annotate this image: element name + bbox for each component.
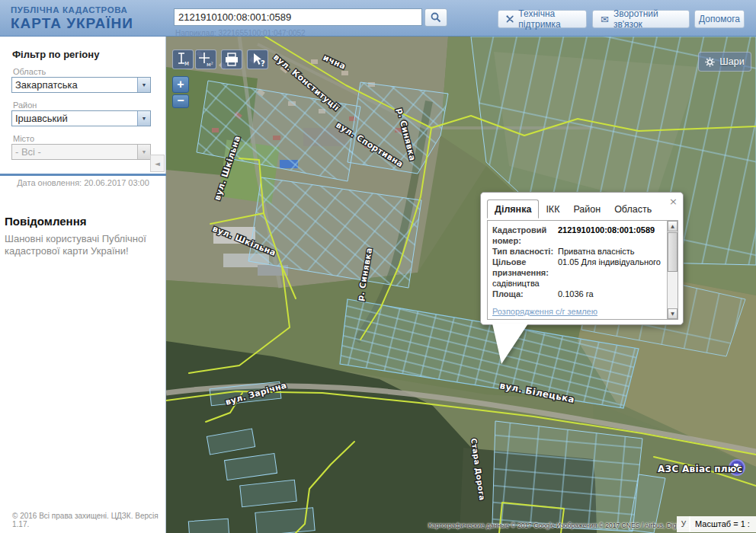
- scroll-up-icon[interactable]: ▲: [668, 221, 678, 231]
- identify-cursor-icon: ?: [248, 51, 267, 68]
- popup-scrollbar[interactable]: ▲ ▼: [667, 221, 678, 319]
- popup-tabs: Ділянка ІКК Район Область: [487, 199, 658, 218]
- chevron-down-icon[interactable]: ▼: [137, 78, 150, 92]
- scroll-down-icon[interactable]: ▼: [668, 308, 678, 319]
- logo-line1: ПУБЛІЧНА КАДАСТРОВА: [11, 5, 133, 14]
- city-value: - Всі -: [12, 146, 137, 158]
- tech-support-label: Технічна підтримка: [518, 8, 578, 30]
- chevron-down-icon: ▼: [137, 145, 150, 159]
- field-area: Площа:0.1036 га: [492, 289, 665, 299]
- measure-area-button[interactable]: м²: [195, 49, 216, 69]
- map-attribution: Картографические данные © 2017 Google Из…: [428, 522, 702, 529]
- print-button[interactable]: [221, 49, 242, 69]
- envelope-icon: ✉: [601, 14, 609, 25]
- measure-length-button[interactable]: м: [172, 49, 194, 69]
- help-label: Допомога: [699, 14, 740, 24]
- feedback-button[interactable]: ✉ Зворотний зв'язок: [592, 10, 690, 28]
- logo-line2: КАРТА УКРАЇНИ: [11, 15, 133, 32]
- popup-links: Розпорядження с/г землею Замовити Витяг …: [492, 307, 665, 320]
- region-select[interactable]: Закарпатська ▼: [11, 77, 151, 93]
- zoom-in-button[interactable]: +: [172, 76, 189, 93]
- district-value: Іршавський: [12, 113, 137, 124]
- close-icon[interactable]: ×: [669, 196, 678, 207]
- city-select[interactable]: - Всі - ▼: [11, 144, 151, 160]
- tab-dilyanka[interactable]: Ділянка: [487, 199, 539, 219]
- app-logo: ПУБЛІЧНА КАДАСТРОВА КАРТА УКРАЇНИ: [11, 5, 133, 32]
- help-button[interactable]: Допомога: [694, 10, 745, 28]
- panel-divider: [0, 174, 166, 176]
- layers-button[interactable]: Шари: [698, 52, 751, 72]
- field-purpose: Цільове призначення:01.05 Для індивідуал…: [492, 257, 665, 289]
- zoom-out-button[interactable]: −: [172, 94, 189, 108]
- link-land-disposal[interactable]: Розпорядження с/г землею: [492, 307, 665, 316]
- messages-title: Повідомлення: [5, 215, 86, 228]
- tab-ikk[interactable]: ІКК: [539, 200, 566, 218]
- gear-icon: [705, 57, 715, 67]
- search-input[interactable]: [174, 8, 422, 26]
- update-date: Дата оновлення: 20.06.2017 03:00: [0, 178, 166, 187]
- district-label: Район: [13, 101, 37, 110]
- popup-content: Кадастровий номер:2121910100:08:001:0589…: [487, 220, 678, 320]
- cadastral-map-app: ПУБЛІЧНА КАДАСТРОВА КАРТА УКРАЇНИ Наприк…: [0, 0, 756, 533]
- chevron-down-icon[interactable]: ▼: [137, 111, 150, 126]
- scale-indicator: Масштаб = 1 : 8531: [689, 516, 756, 532]
- measure-length-icon: м: [174, 51, 192, 68]
- identify-button[interactable]: ?: [247, 49, 268, 69]
- field-cadastral-number: Кадастровий номер:2121910100:08:001:0589: [492, 225, 665, 246]
- feedback-label: Зворотний зв'язок: [613, 8, 681, 30]
- poi-label-azs: АЗС Авіас плюс: [658, 464, 742, 474]
- popup-pointer-tail: [481, 324, 534, 365]
- sidebar-copyright: © 2016 Всі права захищені. ЦДЗК. Версія …: [12, 512, 165, 528]
- svg-text:м²: м²: [207, 61, 213, 68]
- tools-icon: [506, 14, 514, 24]
- region-value: Закарпатська: [12, 79, 137, 91]
- field-ownership-type: Тип власності:Приватна власність: [492, 246, 665, 257]
- search-button[interactable]: [424, 8, 447, 27]
- tech-support-button[interactable]: Технічна підтримка: [498, 10, 587, 28]
- map-toolbar: м м² ?: [172, 49, 268, 69]
- measure-area-icon: м²: [197, 51, 215, 68]
- district-select[interactable]: Іршавський ▼: [11, 110, 151, 126]
- header: ПУБЛІЧНА КАДАСТРОВА КАРТА УКРАЇНИ Наприк…: [0, 0, 756, 37]
- map-canvas[interactable]: ична вул. Конституції вул. Спортивна р. …: [166, 37, 756, 533]
- scrollbar-thumb[interactable]: [668, 232, 678, 272]
- messages-body: Шановні користувачі Публічної кадастрово…: [5, 233, 157, 258]
- tab-rayon[interactable]: Район: [566, 200, 607, 218]
- region-label: Область: [13, 67, 46, 76]
- parcel-info-popup: × Ділянка ІКК Район Область Кадастровий …: [480, 192, 684, 325]
- svg-text:м: м: [184, 60, 189, 67]
- collapse-left-icon: ◄: [155, 160, 160, 168]
- sidebar: Фільтр по регіону Область Закарпатська ▼…: [0, 37, 166, 533]
- filter-title: Фільтр по регіону: [12, 49, 99, 60]
- city-label: Місто: [13, 134, 34, 143]
- print-icon: [223, 52, 240, 67]
- sidebar-collapse-button[interactable]: ◄: [150, 155, 165, 172]
- svg-text:?: ?: [261, 59, 265, 68]
- search-icon: [430, 11, 442, 24]
- layers-label: Шари: [719, 56, 744, 67]
- tab-oblast[interactable]: Область: [607, 200, 658, 218]
